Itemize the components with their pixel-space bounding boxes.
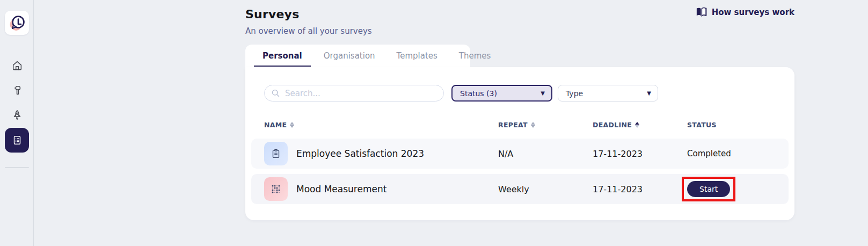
survey-status: Completed bbox=[687, 149, 776, 158]
speech-bubble-logo-icon bbox=[8, 13, 27, 33]
survey-deadline: 17-11-2023 bbox=[593, 184, 687, 194]
tab-templates-label: Templates bbox=[397, 51, 437, 61]
status-filter-label: Status (3) bbox=[460, 89, 497, 98]
sidebar-item-key[interactable] bbox=[5, 79, 29, 101]
main-content: Surveys An overview of all your surveys … bbox=[245, 0, 794, 220]
type-filter-dropdown[interactable]: Type ▼ bbox=[558, 85, 658, 102]
search-box[interactable] bbox=[264, 85, 444, 102]
survey-name: Mood Measurement bbox=[296, 184, 386, 194]
table-row-employee-satisfaction[interactable]: Employee Satisfaction 2023 N/A 17-11-202… bbox=[251, 139, 789, 169]
column-header-status: STATUS bbox=[687, 121, 776, 129]
sidebar-item-home[interactable] bbox=[5, 55, 29, 76]
survey-deadline: 17-11-2023 bbox=[593, 149, 687, 159]
column-header-name-label: NAME bbox=[264, 121, 287, 129]
column-header-status-label: STATUS bbox=[687, 121, 717, 129]
column-header-deadline-label: DEADLINE bbox=[593, 121, 632, 129]
tab-templates[interactable]: Templates bbox=[388, 45, 446, 67]
surveys-icon bbox=[11, 134, 23, 146]
search-icon bbox=[271, 89, 280, 98]
column-header-deadline[interactable]: DEADLINE bbox=[593, 121, 687, 129]
survey-name-cell: Mood Measurement bbox=[264, 177, 498, 201]
survey-repeat: N/A bbox=[498, 149, 593, 159]
tab-themes[interactable]: Themes bbox=[450, 45, 500, 67]
click-target-highlight: Start bbox=[682, 177, 735, 201]
how-surveys-work-label: How surveys work bbox=[712, 8, 794, 17]
surveys-card: Status (3) ▼ Type ▼ NAME REPEAT DEADLINE bbox=[245, 67, 794, 220]
table-row-mood-measurement[interactable]: Mood Measurement Weekly 17-11-2023 Start bbox=[251, 174, 789, 204]
sidebar-item-surveys[interactable] bbox=[5, 128, 29, 153]
sort-icon bbox=[531, 122, 535, 128]
sidebar-divider bbox=[5, 167, 29, 168]
sidebar-item-rocket[interactable] bbox=[5, 104, 29, 126]
key-icon bbox=[11, 84, 23, 96]
tab-personal-label: Personal bbox=[262, 51, 302, 61]
filter-bar: Status (3) ▼ Type ▼ bbox=[245, 67, 794, 102]
book-icon bbox=[696, 7, 707, 17]
clipboard-icon bbox=[264, 142, 288, 165]
column-header-name[interactable]: NAME bbox=[264, 121, 498, 129]
column-header-repeat[interactable]: REPEAT bbox=[498, 121, 593, 129]
sort-asc-icon bbox=[635, 122, 639, 128]
page-subtitle: An overview of all your surveys bbox=[245, 26, 794, 36]
dot-grid-icon bbox=[264, 177, 288, 201]
sort-icon bbox=[290, 122, 294, 128]
tab-bar: Personal Organisation Templates Themes bbox=[245, 45, 470, 67]
start-survey-button[interactable]: Start bbox=[687, 181, 730, 197]
how-surveys-work-link[interactable]: How surveys work bbox=[696, 7, 794, 17]
survey-name: Employee Satisfaction 2023 bbox=[296, 148, 424, 159]
chevron-down-icon: ▼ bbox=[647, 90, 651, 96]
tab-organisation-label: Organisation bbox=[324, 51, 375, 61]
status-filter-dropdown[interactable]: Status (3) ▼ bbox=[451, 85, 552, 102]
app-logo[interactable] bbox=[5, 11, 29, 35]
tab-personal[interactable]: Personal bbox=[254, 45, 311, 67]
type-filter-label: Type bbox=[566, 89, 583, 98]
survey-name-cell: Employee Satisfaction 2023 bbox=[264, 142, 498, 165]
search-input[interactable] bbox=[285, 89, 437, 98]
table-header-row: NAME REPEAT DEADLINE STATUS bbox=[264, 121, 776, 129]
survey-repeat: Weekly bbox=[498, 184, 593, 194]
home-icon bbox=[11, 60, 23, 71]
rocket-icon bbox=[11, 109, 23, 121]
tab-themes-label: Themes bbox=[459, 51, 491, 61]
tab-organisation[interactable]: Organisation bbox=[315, 45, 384, 67]
column-header-repeat-label: REPEAT bbox=[498, 121, 528, 129]
chevron-down-icon: ▼ bbox=[541, 90, 545, 96]
sidebar bbox=[0, 0, 34, 246]
